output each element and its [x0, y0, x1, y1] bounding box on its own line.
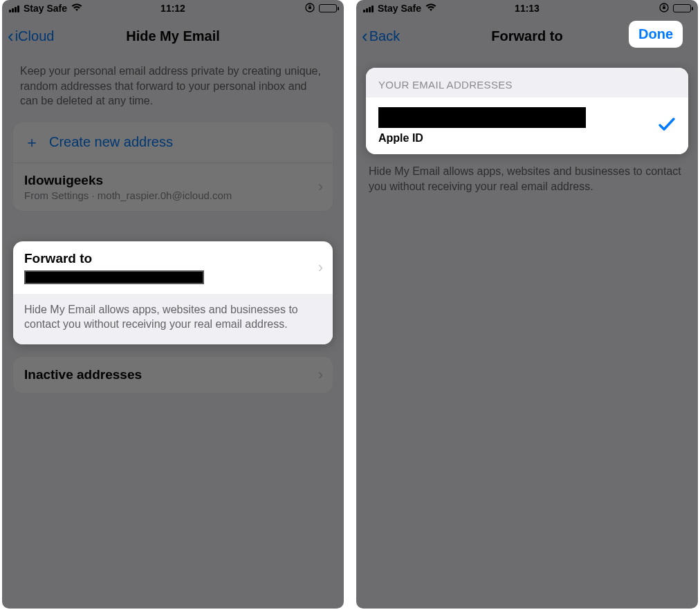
redacted-email [378, 107, 586, 128]
status-bar: Stay Safe 11:13 [356, 0, 698, 17]
chevron-left-icon: ‹ [362, 27, 368, 45]
chevron-right-icon: › [318, 259, 323, 277]
status-bar: Stay Safe 11:12 [2, 0, 344, 17]
address-sub: From Settings · moth_raspier.0h@icloud.c… [24, 189, 322, 201]
forward-to-card: Forward to › Hide My Email allows apps, … [13, 241, 333, 344]
forward-to-title: Forward to [24, 251, 322, 266]
clock: 11:12 [160, 3, 185, 14]
carrier-label: Stay Safe [24, 3, 67, 14]
redacted-email [24, 270, 204, 284]
back-label: Back [369, 28, 400, 44]
forward-to-row[interactable]: Forward to › [13, 241, 333, 294]
back-button[interactable]: ‹ Back [362, 27, 400, 45]
intro-text: Keep your personal email address private… [13, 55, 333, 122]
nav-bar: ‹ iCloud Hide My Email [2, 17, 344, 55]
create-address-row[interactable]: ＋ Create new address [13, 122, 333, 163]
section-header: YOUR EMAIL ADDRESSES [366, 68, 688, 98]
chevron-left-icon: ‹ [8, 27, 14, 45]
done-button[interactable]: Done [629, 21, 683, 48]
addresses-card: ＋ Create new address Idowuigeeks From Se… [13, 122, 333, 211]
create-address-label: Create new address [49, 134, 173, 150]
phone-right: Stay Safe 11:13 ‹ Back Forward to Done Y… [356, 0, 698, 609]
forward-to-footer: Hide My Email allows apps, websites and … [13, 294, 333, 344]
address-item-row[interactable]: Idowuigeeks From Settings · moth_raspier… [13, 163, 333, 211]
clock: 11:13 [515, 3, 540, 14]
signal-icon [9, 4, 19, 12]
page-title: Hide My Email [126, 28, 220, 44]
orientation-lock-icon [659, 3, 669, 15]
carrier-label: Stay Safe [378, 3, 421, 14]
back-label: iCloud [15, 28, 55, 44]
wifi-icon [425, 3, 436, 14]
orientation-lock-icon [305, 3, 315, 15]
inactive-label: Inactive addresses [24, 367, 142, 382]
email-addresses-card: YOUR EMAIL ADDRESSES Apple ID [366, 68, 688, 154]
address-title: Idowuigeeks [24, 173, 322, 188]
chevron-right-icon: › [318, 178, 323, 196]
battery-icon [673, 4, 691, 12]
phone-left: Stay Safe 11:12 ‹ iCloud Hide My Email K… [2, 0, 344, 609]
svg-rect-1 [308, 6, 311, 9]
email-address-row[interactable]: Apple ID [366, 98, 688, 154]
plus-icon: ＋ [24, 132, 39, 153]
checkmark-icon [658, 115, 676, 137]
description-text: Hide My Email allows apps, websites and … [356, 154, 698, 203]
chevron-right-icon: › [318, 366, 323, 384]
svg-rect-3 [663, 6, 665, 9]
signal-icon [363, 4, 374, 12]
inactive-card: Inactive addresses › [13, 357, 333, 393]
battery-icon [319, 4, 337, 12]
email-sublabel: Apple ID [378, 132, 658, 145]
back-button[interactable]: ‹ iCloud [8, 27, 54, 45]
inactive-addresses-row[interactable]: Inactive addresses › [13, 357, 333, 393]
wifi-icon [71, 3, 82, 14]
page-title: Forward to [491, 28, 562, 44]
